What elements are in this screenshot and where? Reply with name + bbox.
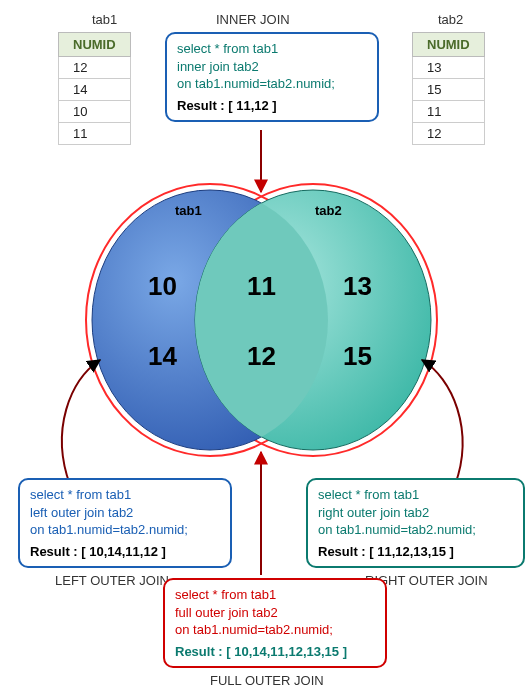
venn-num-mid-top: 11 <box>247 271 276 301</box>
sql-line: on tab1.numid=tab2.numid; <box>30 521 220 539</box>
result-line: Result : [ 11,12,13,15 ] <box>318 543 513 561</box>
venn-num-left-top: 10 <box>148 271 177 301</box>
full-join-title: FULL OUTER JOIN <box>210 673 324 688</box>
arrow-left <box>62 360 100 485</box>
right-join-callout: select * from tab1 right outer join tab2… <box>306 478 525 568</box>
venn-left-label: tab1 <box>175 203 202 218</box>
venn-num-mid-bot: 12 <box>247 341 276 371</box>
sql-line: full outer join tab2 <box>175 604 375 622</box>
sql-line: select * from tab1 <box>318 486 513 504</box>
sql-line: select * from tab1 <box>30 486 220 504</box>
sql-line: select * from tab1 <box>175 586 375 604</box>
sql-line: on tab1.numid=tab2.numid; <box>318 521 513 539</box>
left-join-title: LEFT OUTER JOIN <box>55 573 169 588</box>
arrow-right <box>422 360 463 485</box>
result-line: Result : [ 10,14,11,12 ] <box>30 543 220 561</box>
venn-num-right-bot: 15 <box>343 341 372 371</box>
sql-line: left outer join tab2 <box>30 504 220 522</box>
venn-num-right-top: 13 <box>343 271 372 301</box>
venn-num-left-bot: 14 <box>148 341 177 371</box>
result-line: Result : [ 10,14,11,12,13,15 ] <box>175 643 375 661</box>
venn-right-label: tab2 <box>315 203 342 218</box>
full-join-callout: select * from tab1 full outer join tab2 … <box>163 578 387 668</box>
sql-line: on tab1.numid=tab2.numid; <box>175 621 375 639</box>
sql-line: right outer join tab2 <box>318 504 513 522</box>
left-join-callout: select * from tab1 left outer join tab2 … <box>18 478 232 568</box>
